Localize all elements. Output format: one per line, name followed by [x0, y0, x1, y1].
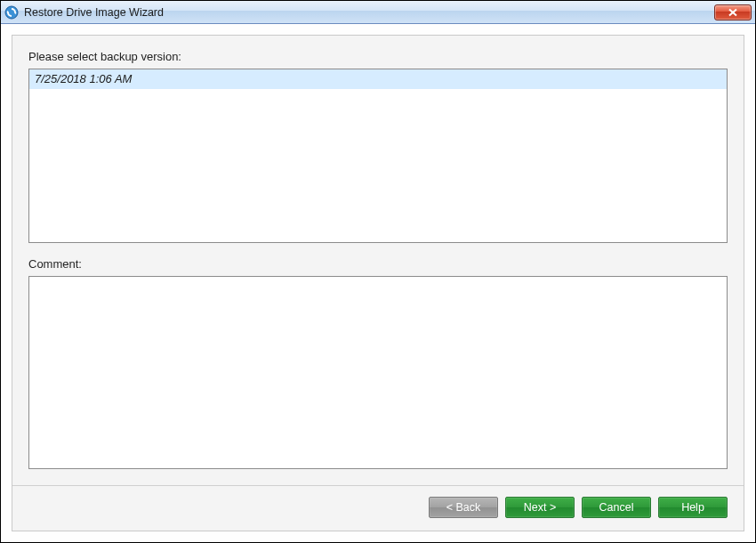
window-frame: Restore Drive Image Wizard Please select… [0, 0, 756, 543]
client-area: Please select backup version: 7/25/2018 … [1, 24, 755, 542]
close-button[interactable] [714, 4, 752, 20]
help-button[interactable]: Help [658, 497, 728, 518]
backup-version-label: Please select backup version: [28, 50, 728, 63]
button-bar: < Back Next > Cancel Help [12, 485, 744, 531]
cancel-button[interactable]: Cancel [582, 497, 651, 518]
next-button[interactable]: Next > [505, 497, 575, 518]
backup-version-list[interactable]: 7/25/2018 1:06 AM [28, 69, 728, 243]
window-title: Restore Drive Image Wizard [24, 6, 714, 19]
backup-version-item[interactable]: 7/25/2018 1:06 AM [29, 69, 727, 89]
close-icon [728, 8, 738, 17]
content-area: Please select backup version: 7/25/2018 … [12, 36, 744, 485]
back-button[interactable]: < Back [429, 497, 498, 518]
comment-input[interactable] [28, 276, 728, 469]
titlebar[interactable]: Restore Drive Image Wizard [1, 1, 755, 24]
wizard-panel: Please select backup version: 7/25/2018 … [12, 35, 744, 531]
comment-label: Comment: [28, 257, 728, 271]
app-icon [4, 5, 19, 20]
